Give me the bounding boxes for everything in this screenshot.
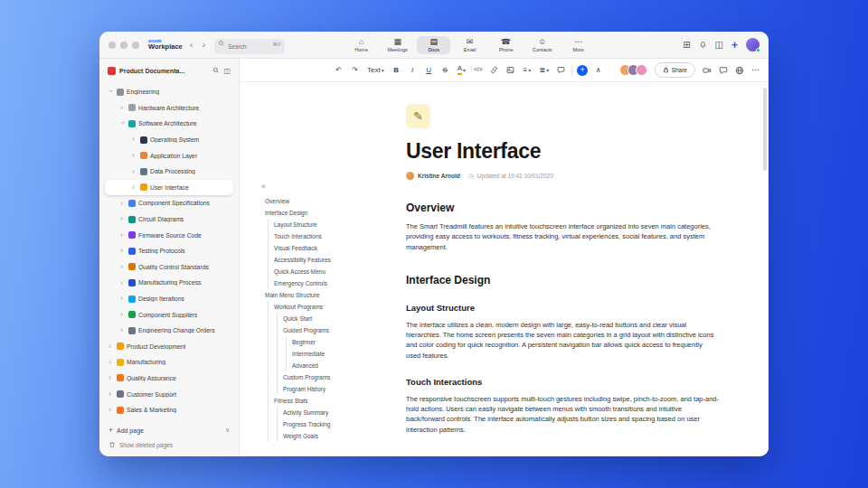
sidebar-item-component-specifications[interactable]: › Component Specifications — [105, 195, 233, 211]
sidebar-item-operating-system[interactable]: › Operating System — [105, 132, 233, 148]
share-button[interactable]: Share — [655, 62, 695, 78]
sidebar-item-component-suppliers[interactable]: › Component Suppliers — [105, 306, 233, 323]
chevron-right-icon[interactable]: › — [108, 374, 114, 382]
bold-button[interactable]: B — [391, 63, 402, 78]
chevron-right-icon[interactable]: › — [120, 247, 126, 255]
strikethrough-button[interactable]: S — [439, 63, 451, 78]
chevron-right-icon[interactable]: › — [120, 215, 126, 223]
outline-quick-access-menu[interactable]: Quick Access Menu — [259, 266, 326, 277]
outline-touch-interactions[interactable]: Touch Interactions — [259, 230, 322, 242]
new-item-plus-button[interactable]: + — [731, 40, 738, 51]
chevron-right-icon[interactable]: › — [120, 104, 126, 112]
insert-block-plus-button[interactable]: + — [577, 65, 588, 76]
tab-email[interactable]: ✉ Email — [453, 36, 486, 54]
doc-heading-overview[interactable]: Overview — [406, 202, 719, 214]
page-title[interactable]: User Interface — [406, 139, 719, 164]
more-options-icon[interactable]: ⋯ — [751, 66, 760, 74]
apps-grid-icon[interactable]: ⊞ — [683, 41, 690, 50]
sidebar-item-testing-protocols[interactable]: › Testing Protocols — [105, 243, 233, 259]
forward-button[interactable]: › — [200, 40, 207, 50]
outline-weight-goals[interactable]: Weight Goals — [259, 430, 318, 442]
inline-code-button[interactable]: </> — [472, 63, 484, 78]
back-button[interactable]: ‹ — [188, 40, 195, 50]
globe-icon[interactable] — [735, 66, 744, 75]
outline-activity-summary[interactable]: Activity Summary — [259, 407, 328, 418]
text-style-dropdown[interactable]: Text ▾ — [365, 63, 386, 78]
outline-beginner[interactable]: Beginner — [259, 336, 316, 348]
minimize-window-button[interactable] — [120, 42, 127, 49]
doc-heading-layout-structure[interactable]: Layout Structure — [406, 303, 719, 313]
outline-program-history[interactable]: Program History — [259, 383, 326, 395]
document-content[interactable]: ✎ User Interface Kristine Arnold ◷ Updat… — [401, 82, 746, 456]
outline-progress-tracking[interactable]: Progress Tracking — [259, 418, 330, 430]
outline-emergency-controls[interactable]: Emergency Controls — [259, 277, 327, 289]
list-dropdown[interactable]: ≣ ▾ — [537, 63, 551, 78]
sidebar-item-user-interface[interactable]: › User Interface — [105, 180, 233, 196]
outline-quick-start[interactable]: Quick Start — [259, 313, 312, 324]
doc-heading-touch-interactions[interactable]: Touch Interactions — [406, 377, 719, 387]
undo-icon[interactable]: ↶ — [333, 63, 344, 78]
sidebar-item-engineering[interactable]: › Engineering — [105, 84, 233, 100]
page-emoji-icon[interactable]: ✎ — [406, 104, 430, 128]
outline-custom-programs[interactable]: Custom Programs — [259, 371, 330, 383]
notifications-bell-icon[interactable] — [699, 41, 707, 49]
chevron-right-icon[interactable]: › — [132, 136, 137, 144]
outline-visual-feedback[interactable]: Visual Feedback — [259, 242, 317, 254]
insert-image-icon[interactable] — [505, 63, 516, 78]
sidebar-item-hardware-architecture[interactable]: › Hardware Architecture — [105, 100, 233, 117]
sidebar-item-firmware-source-code[interactable]: › Firmware Source Code — [105, 227, 233, 243]
sidebar-item-sales-marketing[interactable]: › Sales & Marketing — [105, 402, 233, 418]
outline-main-menu-structure[interactable]: Main Menu Structure — [259, 289, 319, 301]
outline-workout-programs[interactable]: Workout Programs — [259, 301, 323, 313]
outline-guided-programs[interactable]: Guided Programs — [259, 324, 329, 336]
outline-interface-design[interactable]: Interface Design — [259, 207, 307, 219]
sidebar-item-data-processing[interactable]: › Data Processing — [105, 164, 233, 180]
sidebar-collapse-icon[interactable]: ◫ — [223, 67, 231, 75]
tab-phone[interactable]: ☎ Phone — [489, 36, 523, 54]
chevron-right-icon[interactable]: › — [108, 359, 114, 367]
sidebar-search-icon[interactable] — [212, 67, 220, 74]
collapse-toolbar-icon[interactable]: ∧ — [592, 63, 604, 78]
chevron-right-icon[interactable]: › — [132, 183, 137, 192]
tab-more[interactable]: ⋯ More — [561, 36, 595, 54]
sidebar-item-manufacturing-process[interactable]: › Manufacturing Process — [105, 275, 233, 291]
chevron-right-icon[interactable]: › — [119, 121, 127, 127]
tab-meetings[interactable]: ▦ Meetings — [381, 36, 414, 54]
tab-home[interactable]: ⌂ Home — [344, 36, 378, 54]
comment-icon[interactable] — [555, 63, 567, 78]
outline-fitness-stats[interactable]: Fitness Stats — [259, 395, 308, 407]
chevron-right-icon[interactable]: › — [120, 200, 126, 208]
collapse-outline-icon[interactable]: « — [261, 182, 272, 191]
chevron-down-icon[interactable]: ∨ — [225, 427, 230, 434]
outline-intermediate[interactable]: Intermediate — [259, 348, 325, 360]
underline-button[interactable]: U — [423, 63, 435, 78]
chevron-right-icon[interactable]: › — [132, 168, 137, 176]
video-camera-icon[interactable] — [703, 66, 712, 75]
scrollbar-thumb[interactable] — [763, 88, 767, 171]
outline-advanced[interactable]: Advanced — [259, 360, 318, 371]
show-deleted-pages-button[interactable]: Show deleted pages — [108, 441, 230, 448]
sidebar-item-customer-support[interactable]: › Customer Support — [105, 386, 233, 402]
sidebar-item-application-layer[interactable]: › Application Layer — [105, 147, 233, 164]
sidebar-item-design-iterations[interactable]: › Design Iterations — [105, 291, 233, 307]
redo-icon[interactable]: ↷ — [349, 63, 361, 78]
chevron-right-icon[interactable]: › — [108, 89, 116, 95]
chevron-right-icon[interactable]: › — [108, 390, 114, 399]
sidebar-item-quality-assurance[interactable]: › Quality Assurance — [105, 371, 233, 387]
doc-paragraph-overview[interactable]: The Smart Treadmill features an intuitiv… — [406, 221, 719, 252]
text-color-dropdown[interactable]: A ▾ — [456, 63, 467, 78]
tab-contacts[interactable]: ☺ Contacts — [525, 36, 559, 54]
chevron-right-icon[interactable]: › — [132, 152, 137, 160]
doc-paragraph-touch-interactions[interactable]: The responsive touchscreen supports mult… — [406, 394, 719, 435]
italic-button[interactable]: I — [407, 63, 419, 78]
sidebar-item-software-architecture[interactable]: › Software Architecture — [105, 116, 233, 132]
side-panel-icon[interactable]: ◫ — [715, 41, 723, 50]
outline-layout-structure[interactable]: Layout Structure — [259, 219, 317, 230]
chevron-right-icon[interactable]: › — [120, 326, 126, 334]
add-page-button[interactable]: + Add page ∨ — [108, 426, 230, 435]
doc-heading-interface-design[interactable]: Interface Design — [406, 274, 719, 286]
sidebar-item-manufacturing[interactable]: › Manufacturing — [105, 354, 233, 371]
tab-docs[interactable]: ▤ Docs — [417, 36, 450, 54]
chevron-right-icon[interactable]: › — [108, 343, 114, 351]
user-avatar[interactable] — [746, 38, 760, 52]
